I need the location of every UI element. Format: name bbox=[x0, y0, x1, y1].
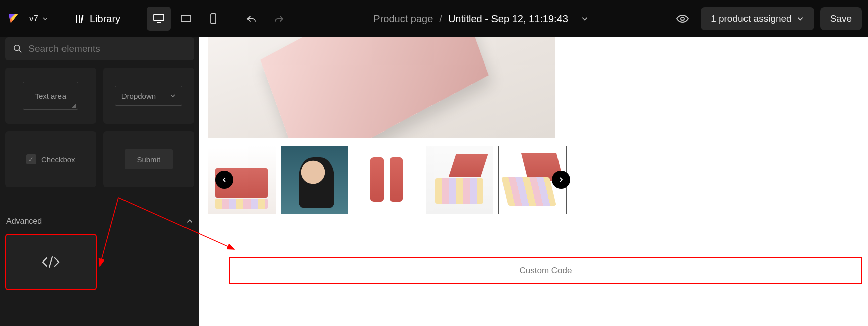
library-button[interactable]: Library bbox=[68, 9, 128, 29]
page-title-area: Product page / Untitled - Sep 12, 11:19:… bbox=[295, 13, 666, 25]
dropdown-preview: Dropdown bbox=[115, 86, 182, 106]
svg-rect-7 bbox=[157, 22, 161, 23]
dropdown-label: Dropdown bbox=[121, 92, 156, 100]
svg-rect-9 bbox=[211, 14, 216, 24]
app-logo bbox=[6, 12, 20, 26]
elements-sidebar: Text area Dropdown ✓ Checkbox Submit bbox=[0, 37, 199, 326]
chevron-down-icon[interactable] bbox=[581, 15, 588, 22]
chevron-right-icon bbox=[558, 177, 564, 183]
assign-product-button[interactable]: 1 product assigned bbox=[701, 7, 814, 30]
section-advanced-label: Advanced bbox=[6, 217, 42, 226]
checkbox-preview: ✓ Checkbox bbox=[26, 154, 75, 164]
chevron-left-icon bbox=[221, 177, 227, 183]
product-thumbnail[interactable] bbox=[353, 146, 421, 214]
device-switcher bbox=[147, 7, 225, 31]
svg-point-10 bbox=[681, 17, 684, 20]
save-button[interactable]: Save bbox=[820, 7, 862, 30]
svg-line-12 bbox=[19, 50, 22, 53]
chevron-down-icon bbox=[170, 93, 176, 99]
editor-canvas[interactable]: Custom Code bbox=[199, 37, 868, 326]
page-name[interactable]: Untitled - Sep 12, 11:19:43 bbox=[448, 13, 568, 25]
eye-icon bbox=[676, 12, 689, 25]
library-icon bbox=[75, 14, 85, 24]
workspace: Text area Dropdown ✓ Checkbox Submit bbox=[0, 37, 868, 326]
undo-button[interactable] bbox=[239, 7, 264, 31]
search-icon bbox=[13, 44, 22, 54]
desktop-icon bbox=[152, 12, 165, 25]
element-custom-code[interactable] bbox=[5, 234, 97, 290]
code-icon bbox=[41, 255, 61, 269]
preview-button[interactable] bbox=[670, 7, 695, 31]
chevron-down-icon bbox=[42, 16, 48, 22]
element-checkbox[interactable]: ✓ Checkbox bbox=[5, 131, 96, 187]
submit-preview: Submit bbox=[125, 149, 173, 169]
version-label: v7 bbox=[29, 14, 38, 24]
textarea-label: Text area bbox=[35, 92, 66, 100]
device-mobile-button[interactable] bbox=[201, 7, 225, 31]
save-label: Save bbox=[830, 13, 852, 24]
search-elements-input[interactable] bbox=[28, 43, 186, 54]
submit-label: Submit bbox=[137, 155, 160, 164]
topbar: v7 Library Product page / Untitled - Sep… bbox=[0, 0, 868, 37]
tablet-icon bbox=[179, 12, 193, 25]
redo-button[interactable] bbox=[267, 7, 291, 31]
textarea-preview: Text area bbox=[23, 82, 78, 110]
product-hero-image bbox=[208, 37, 555, 138]
carousel-next-button[interactable] bbox=[552, 171, 570, 189]
svg-rect-6 bbox=[154, 14, 164, 21]
product-thumbnails bbox=[208, 146, 566, 214]
custom-code-dropzone[interactable]: Custom Code bbox=[229, 257, 862, 284]
chevron-down-icon bbox=[797, 15, 804, 22]
carousel-prev-button[interactable] bbox=[215, 171, 233, 189]
topbar-right: 1 product assigned Save bbox=[670, 7, 862, 31]
assign-product-label: 1 product assigned bbox=[711, 13, 792, 24]
mobile-icon bbox=[207, 12, 220, 25]
element-submit[interactable]: Submit bbox=[103, 131, 195, 187]
elements-grid: Text area Dropdown ✓ Checkbox Submit bbox=[5, 68, 194, 187]
version-selector[interactable]: v7 bbox=[24, 11, 53, 27]
svg-rect-3 bbox=[76, 15, 77, 23]
section-advanced-header[interactable]: Advanced bbox=[5, 212, 194, 231]
redo-icon bbox=[273, 13, 285, 25]
product-thumbnail[interactable] bbox=[426, 146, 493, 214]
breadcrumb-separator: / bbox=[439, 13, 442, 25]
device-tablet-button[interactable] bbox=[174, 7, 198, 31]
product-thumbnail[interactable] bbox=[281, 146, 348, 214]
custom-code-dropzone-label: Custom Code bbox=[520, 266, 572, 276]
device-desktop-button[interactable] bbox=[147, 7, 171, 31]
chevron-up-icon bbox=[186, 218, 193, 225]
search-elements-row[interactable] bbox=[5, 37, 194, 60]
element-dropdown[interactable]: Dropdown bbox=[103, 68, 195, 124]
svg-rect-8 bbox=[181, 15, 191, 22]
svg-rect-4 bbox=[79, 15, 80, 23]
undo-icon bbox=[245, 13, 258, 25]
element-textarea[interactable]: Text area bbox=[5, 68, 96, 124]
page-type-label: Product page bbox=[373, 13, 433, 25]
checkbox-label: Checkbox bbox=[41, 155, 75, 164]
svg-rect-5 bbox=[80, 15, 83, 23]
svg-point-11 bbox=[14, 45, 20, 51]
history-controls bbox=[239, 7, 291, 31]
checkbox-box-icon: ✓ bbox=[26, 154, 36, 164]
library-label: Library bbox=[90, 13, 120, 25]
